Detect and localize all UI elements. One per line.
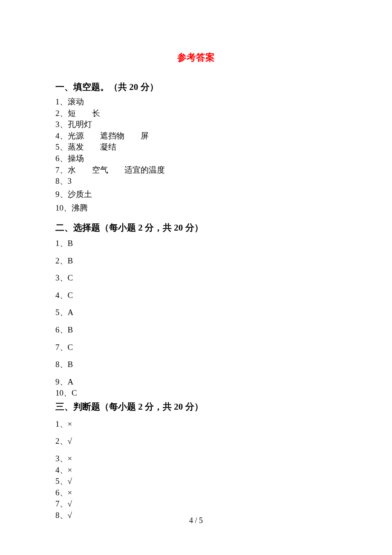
fill-blank-answer: 5、蒸发 凝结 <box>55 142 337 153</box>
fill-blank-answer: 8、3 <box>55 176 337 187</box>
judge-answer: 4、× <box>55 465 337 476</box>
judge-answer: 3、× <box>55 453 337 465</box>
fill-blank-answer: 1、滚动 <box>55 96 337 108</box>
fill-blank-answer: 9、沙质土 <box>55 189 337 200</box>
choice-answer: 5、A <box>55 307 337 318</box>
judge-answer: 1、× <box>55 419 337 430</box>
judge-answer: 5、√ <box>55 476 337 487</box>
fill-blank-answer: 3、孔明灯 <box>55 119 337 130</box>
judge-answer: 6、× <box>55 487 337 499</box>
document-title: 参考答案 <box>55 51 337 64</box>
choice-answer: 1、B <box>55 238 337 249</box>
choice-answer: 6、B <box>55 324 337 336</box>
fill-blank-answer: 2、短 长 <box>55 108 337 119</box>
choice-answer: 7、C <box>55 342 337 353</box>
page-number: 4 / 5 <box>0 516 392 525</box>
choice-answer: 2、B <box>55 255 337 267</box>
fill-blank-answer: 10、沸腾 <box>55 202 337 214</box>
choice-answer: 8、B <box>55 359 337 370</box>
section-1-heading: 一、填空题。（共 20 分） <box>55 81 337 93</box>
judge-answer: 7、√ <box>55 498 337 510</box>
judge-answer: 2、√ <box>55 436 337 447</box>
choice-answer: 3、C <box>55 272 337 284</box>
choice-answer: 4、C <box>55 290 337 301</box>
fill-blank-answer: 7、水 空气 适宜的温度 <box>55 165 337 176</box>
fill-blank-answer: 4、光源 遮挡物 屏 <box>55 130 337 142</box>
choice-answer: 9、A <box>55 376 337 388</box>
choice-answer: 10、C <box>55 387 337 399</box>
fill-blank-answer: 6、操场 <box>55 153 337 165</box>
section-3-heading: 三、判断题（每小题 2 分，共 20 分） <box>55 401 337 413</box>
section-2-heading: 二、选择题（每小题 2 分，共 20 分） <box>55 222 337 234</box>
